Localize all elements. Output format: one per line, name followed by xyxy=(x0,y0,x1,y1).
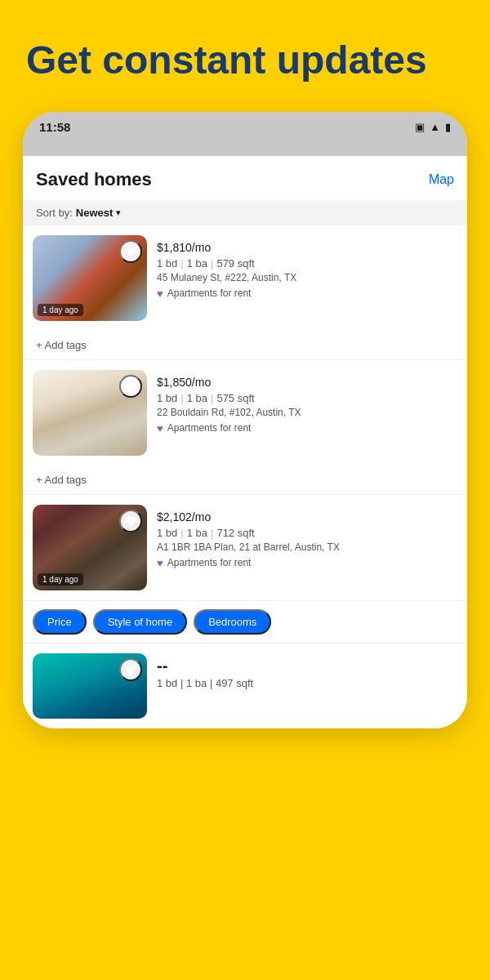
listing-image-3: 1 day ago xyxy=(33,505,147,590)
filter-bedrooms[interactable]: Bedrooms xyxy=(194,609,271,635)
partial-listing-image xyxy=(33,653,147,719)
status-icons: ▣ ▲ ▮ xyxy=(415,121,451,133)
heart-icon-partial xyxy=(124,664,137,675)
listing-price-1: $1,810/mo xyxy=(157,237,457,256)
listing-info-3: $2,102/mo 1 bd|1 ba|712 sqft A1 1BR 1BA … xyxy=(157,505,457,569)
favorite-button-1[interactable] xyxy=(119,240,142,263)
listing-badge-1: 1 day ago xyxy=(38,304,83,316)
vibrate-icon: ▣ xyxy=(415,121,425,133)
listing-row-3: 1 day ago $2,102/mo 1 bd|1 ba|712 sqft A… xyxy=(23,495,467,600)
heart-icon-1 xyxy=(124,246,137,257)
listing-type-1: ♥ Apartments for rent xyxy=(157,287,457,300)
map-link[interactable]: Map xyxy=(429,172,454,187)
type-heart-icon-1: ♥ xyxy=(157,287,163,300)
listing-badge-3: 1 day ago xyxy=(38,573,83,586)
favorite-button-2[interactable] xyxy=(119,375,142,398)
listing-address-1: 45 Mulaney St, #222, Austin, TX xyxy=(157,272,457,283)
status-bar: 11:58 ▣ ▲ ▮ xyxy=(23,112,467,134)
sort-arrow-icon: ▾ xyxy=(116,207,121,218)
partial-listing-row: -- 1 bd | 1 ba | 497 sqft xyxy=(23,644,467,728)
listing-address-3: A1 1BR 1BA Plan, 21 at Barrel, Austin, T… xyxy=(157,541,457,553)
phone-frame: 11:58 ▣ ▲ ▮ Saved homes Map Sort by: New… xyxy=(23,112,467,728)
app-header-title: Saved homes xyxy=(36,169,152,190)
app-header: Saved homes Map xyxy=(23,156,467,200)
phone-top-bar: 11:58 ▣ ▲ ▮ xyxy=(23,112,467,156)
wifi-icon: ▲ xyxy=(430,121,440,133)
type-heart-icon-3: ♥ xyxy=(157,557,163,569)
listing-image-1: 1 day ago xyxy=(33,235,147,321)
partial-listing-details: 1 bd | 1 ba | 497 sqft xyxy=(157,677,457,689)
sort-value: Newest xyxy=(76,207,114,219)
sort-bar[interactable]: Sort by: Newest ▾ xyxy=(23,200,467,225)
heart-icon-2 xyxy=(124,381,137,392)
listing-info-1: $1,810/mo 1 bd|1 ba|579 sqft 45 Mulaney … xyxy=(157,235,457,300)
listing-row-2: $1,850/mo 1 bd|1 ba|575 sqft 22 Bouldain… xyxy=(23,360,467,466)
listing-row-1: 1 day ago $1,810/mo 1 bd|1 ba|579 sqft 4… xyxy=(23,225,467,331)
listing-card-3: 1 day ago $2,102/mo 1 bd|1 ba|712 sqft A… xyxy=(23,495,467,601)
battery-icon: ▮ xyxy=(445,121,451,133)
partial-listing-info: -- 1 bd | 1 ba | 497 sqft xyxy=(157,653,457,689)
listing-info-2: $1,850/mo 1 bd|1 ba|575 sqft 22 Bouldain… xyxy=(157,370,457,434)
sort-label: Sort by: xyxy=(36,207,73,219)
listing-details-3: 1 bd|1 ba|712 sqft xyxy=(157,527,457,539)
add-tags-2[interactable]: + Add tags xyxy=(23,466,467,494)
listing-card-2: $1,850/mo 1 bd|1 ba|575 sqft 22 Bouldain… xyxy=(23,360,467,495)
filter-price[interactable]: Price xyxy=(33,609,87,635)
hero-section: Get constant updates xyxy=(0,0,490,82)
type-heart-icon-2: ♥ xyxy=(157,422,163,434)
hero-title: Get constant updates xyxy=(26,39,464,82)
listing-price-3: $2,102/mo xyxy=(157,506,457,525)
partial-listing-price: -- xyxy=(157,657,457,675)
listing-image-2 xyxy=(33,370,147,456)
partial-listing-card: -- 1 bd | 1 ba | 497 sqft xyxy=(23,643,467,728)
favorite-button-partial[interactable] xyxy=(119,658,142,681)
filter-bar: Price Style of home Bedrooms xyxy=(23,601,467,643)
listing-type-3: ♥ Apartments for rent xyxy=(157,557,457,569)
add-tags-1[interactable]: + Add tags xyxy=(23,331,467,359)
heart-icon-3 xyxy=(124,515,137,527)
listing-address-2: 22 Bouldain Rd, #102, Austin, TX xyxy=(157,407,457,418)
filter-style[interactable]: Style of home xyxy=(93,609,188,635)
listing-type-2: ♥ Apartments for rent xyxy=(157,422,457,434)
listing-card-1: 1 day ago $1,810/mo 1 bd|1 ba|579 sqft 4… xyxy=(23,225,467,360)
favorite-button-3[interactable] xyxy=(119,510,142,532)
app-content: Saved homes Map Sort by: Newest ▾ 1 day … xyxy=(23,156,467,728)
listing-details-1: 1 bd|1 ba|579 sqft xyxy=(157,257,457,270)
listing-details-2: 1 bd|1 ba|575 sqft xyxy=(157,392,457,404)
status-time: 11:58 xyxy=(39,120,70,134)
listing-price-2: $1,850/mo xyxy=(157,372,457,390)
